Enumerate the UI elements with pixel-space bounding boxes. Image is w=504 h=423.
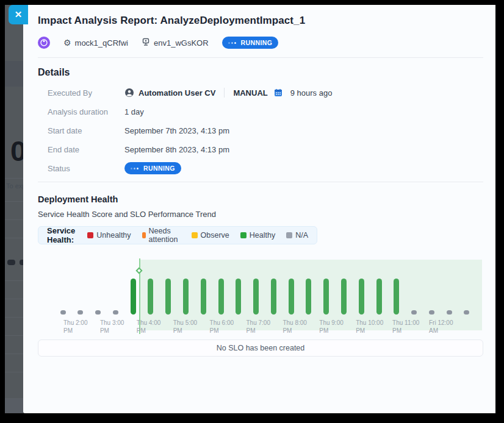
chart-bar (411, 310, 417, 315)
legend-label: N/A (295, 231, 308, 240)
background-strip: 0 To exp (5, 5, 23, 413)
execution-mode: MANUAL (233, 88, 267, 98)
report-meta-row: ⚙ mock1_qCRfwi env1_wGsKOR RUNNING (38, 36, 483, 49)
vertical-divider (224, 88, 225, 98)
chart-bar (201, 279, 206, 315)
table-row: End date September 8th 2023, 4:13 pm (38, 144, 483, 155)
details-heading: Details (38, 67, 483, 78)
detail-value: 1 day (124, 107, 144, 116)
environment-chip: env1_wGsKOR (142, 38, 209, 48)
status-label: RUNNING (241, 39, 273, 46)
workflow-name: mock1_qCRfwi (75, 38, 128, 48)
impact-analysis-modal: Impact Analysis Report: AnalyzeDeploymen… (23, 5, 495, 413)
chart-bar (359, 279, 364, 315)
page-title: Impact Analysis Report: AnalyzeDeploymen… (38, 15, 483, 27)
screen: 0 To exp ✕ Impact Analysis Report: Analy… (5, 5, 495, 413)
chart-bar (236, 279, 241, 315)
chart-bar (306, 279, 311, 315)
environment-icon (142, 38, 150, 48)
tick-label: Thu 5:00PM (173, 319, 207, 335)
slo-empty-box: No SLO has been created (38, 339, 483, 357)
details-table: Executed By Automation User CV MANUAL 9 … (38, 87, 483, 174)
legend-item: N/A (286, 231, 308, 240)
background-text: To exp (6, 182, 23, 190)
chart-bar (60, 310, 66, 315)
executed-time: 9 hours ago (290, 88, 333, 98)
table-row: Executed By Automation User CV MANUAL 9 … (38, 87, 483, 98)
service-avatar-icon (38, 37, 50, 49)
divider (38, 57, 483, 58)
chart-bar (289, 279, 294, 315)
chart-bar (113, 310, 118, 315)
legend-item: Needs attention (142, 227, 181, 244)
legend-swatch-icon (240, 232, 247, 238)
executed-by-value: Automation User CV (139, 88, 215, 98)
background-band (5, 398, 23, 413)
tick-label: Thu 8:00PM (283, 319, 317, 335)
service-health-legend: Service Health: UnhealthyNeeds attention… (38, 226, 317, 244)
slo-empty-message: No SLO has been created (217, 344, 305, 352)
detail-label: Start date (48, 126, 115, 135)
chart-bar (165, 279, 171, 315)
chart-bar (376, 279, 382, 315)
deployment-health-heading: Deployment Health (38, 194, 483, 204)
legend-item: Unhealthy (87, 231, 131, 240)
detail-label: Status (48, 164, 115, 173)
tick-label: Thu 11:00PM (392, 319, 427, 335)
loading-dots-icon (228, 42, 237, 44)
tick-label: Thu 10:00PM (356, 319, 390, 335)
background-number: 0 (10, 134, 23, 168)
gear-icon: ⚙ (63, 38, 71, 47)
loading-dots-icon (131, 168, 140, 169)
health-chart: Thu 2:00PMThu 3:00PMThu 4:00PMThu 5:00PM… (38, 250, 483, 336)
chart-bar (394, 279, 399, 315)
legend-swatch-icon (142, 232, 146, 238)
detail-label: Executed By (48, 88, 115, 98)
detail-label: End date (48, 145, 115, 154)
chart-bar (183, 279, 189, 315)
tick-label: Thu 9:00PM (319, 319, 353, 335)
tick-label: Thu 3:00PM (100, 319, 134, 335)
table-row: Start date September 7th 2023, 4:13 pm (38, 125, 483, 136)
chart-bar (218, 279, 224, 315)
chart-bar (77, 310, 83, 315)
tick-label: Thu 6:00PM (210, 319, 244, 335)
chart-bar (95, 310, 101, 315)
tick-label: Thu 4:00PM (137, 319, 171, 335)
chart-bar (323, 279, 329, 315)
divider (38, 182, 483, 182)
legend-swatch-icon (192, 232, 198, 238)
legend-swatch-icon (286, 232, 292, 238)
chart-subtitle: Service Health Score and SLO Performance… (38, 210, 483, 219)
background-band (5, 61, 23, 87)
workflow-chip: ⚙ mock1_qCRfwi (63, 38, 128, 48)
table-row: Analysis duration 1 day (38, 106, 483, 117)
status-badge: RUNNING (222, 37, 279, 49)
user-icon (124, 88, 134, 98)
environment-name: env1_wGsKOR (154, 38, 209, 48)
tick-label: Thu 2:00PM (63, 319, 98, 335)
legend-item: Observe (192, 231, 229, 240)
chart-bar (148, 279, 153, 315)
chart-bar (447, 310, 452, 315)
legend-label: Needs attention (149, 227, 181, 244)
legend-title: Service Health: (47, 226, 77, 244)
close-button[interactable]: ✕ (9, 5, 28, 24)
legend-swatch-icon (87, 232, 93, 238)
legend-label: Unhealthy (96, 231, 131, 240)
legend-item: Healthy (240, 231, 275, 240)
chart-bar (253, 279, 259, 315)
chart-bar (271, 279, 276, 315)
tick-label: Fri 12:00AM (429, 319, 463, 335)
chart-bar (429, 310, 434, 315)
background-pill (7, 260, 15, 265)
tick-label: Thu 7:00PM (247, 319, 281, 335)
chart-bar (341, 279, 347, 315)
status-badge: RUNNING (124, 162, 181, 174)
detail-label: Analysis duration (48, 107, 115, 116)
table-row: Status RUNNING (38, 163, 483, 174)
status-label: RUNNING (143, 165, 175, 172)
legend-label: Observe (201, 231, 229, 240)
detail-value: September 8th 2023, 4:13 pm (124, 145, 229, 154)
detail-value: September 7th 2023, 4:13 pm (124, 126, 229, 135)
